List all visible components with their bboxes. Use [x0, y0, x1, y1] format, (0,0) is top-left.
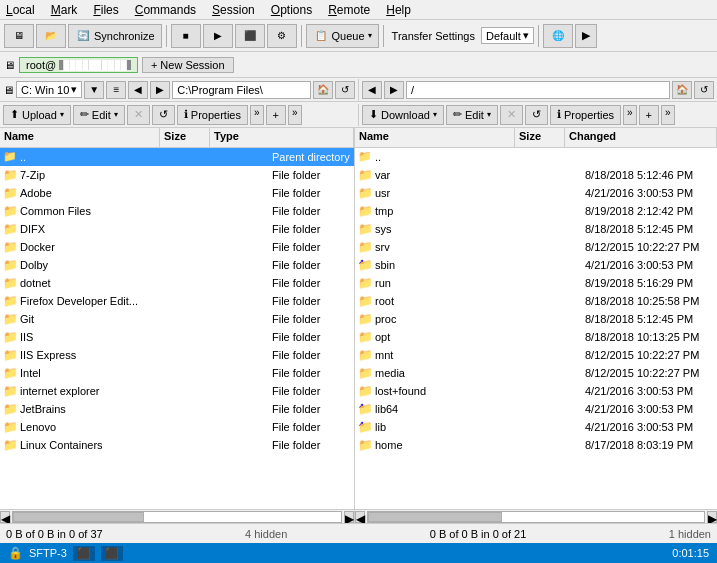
left-file-row[interactable]: 📁LenovoFile folder: [0, 418, 354, 436]
right-new-btn[interactable]: +: [639, 105, 659, 125]
right-nav-back[interactable]: ◀: [362, 81, 382, 99]
right-more2-btn[interactable]: »: [661, 105, 675, 125]
right-refresh-btn[interactable]: ↺: [525, 105, 548, 125]
right-col-name[interactable]: Name: [355, 128, 515, 147]
left-file-row[interactable]: 📁7-ZipFile folder: [0, 166, 354, 184]
left-nav-back[interactable]: ◀: [128, 81, 148, 99]
toolbar-globe[interactable]: 🌐: [543, 24, 573, 48]
left-nav-home[interactable]: 🏠: [313, 81, 333, 99]
menu-local[interactable]: Local: [4, 3, 37, 17]
left-path-bar[interactable]: C:\Program Files\: [172, 81, 311, 99]
right-nav-forward[interactable]: ▶: [384, 81, 404, 99]
right-hscroll[interactable]: ◀ ▶: [355, 509, 717, 523]
right-del-btn[interactable]: ✕: [500, 105, 523, 125]
left-props-btn[interactable]: ℹ Properties: [177, 105, 248, 125]
left-file-row[interactable]: 📁DockerFile folder: [0, 238, 354, 256]
left-file-row[interactable]: 📁DIFXFile folder: [0, 220, 354, 238]
sftp-icon-btn2[interactable]: ⬛: [101, 546, 123, 561]
right-file-row[interactable]: 📁..: [355, 148, 717, 166]
left-hscroll-track[interactable]: [12, 511, 342, 523]
left-edit-btn[interactable]: ✏ Edit ▾: [73, 105, 125, 125]
left-file-row[interactable]: 📁JetBrainsFile folder: [0, 400, 354, 418]
toolbar-icon3[interactable]: ⬛: [235, 24, 265, 48]
menu-files[interactable]: Files: [91, 3, 120, 17]
menu-session[interactable]: Session: [210, 3, 257, 17]
menu-options[interactable]: Options: [269, 3, 314, 17]
right-hscroll-track[interactable]: [367, 511, 705, 523]
session-tag[interactable]: root@ ██████████: [19, 57, 138, 73]
right-more-btn[interactable]: »: [623, 105, 637, 125]
left-col-name[interactable]: Name: [0, 128, 160, 147]
drive-selector[interactable]: C: Win 10 ▾: [16, 81, 82, 98]
right-file-row[interactable]: 📁tmp8/19/2018 2:12:42 PM: [355, 202, 717, 220]
toolbar-icon2[interactable]: ▶: [203, 24, 233, 48]
right-file-row[interactable]: 📁mnt8/12/2015 10:22:27 PM: [355, 346, 717, 364]
left-col-type[interactable]: Type: [210, 128, 354, 147]
right-path-bar[interactable]: /: [406, 81, 670, 99]
right-file-row[interactable]: 📁root8/18/2018 10:25:58 PM: [355, 292, 717, 310]
right-file-row[interactable]: 📁proc8/18/2018 5:12:45 PM: [355, 310, 717, 328]
left-col-size[interactable]: Size: [160, 128, 210, 147]
right-file-row[interactable]: 📁sys8/18/2018 5:12:45 PM: [355, 220, 717, 238]
menu-help[interactable]: Help: [384, 3, 413, 17]
queue-btn[interactable]: 📋 Queue ▾: [306, 24, 379, 48]
toolbar-gear[interactable]: ⚙: [267, 24, 297, 48]
right-col-changed[interactable]: Changed: [565, 128, 717, 147]
right-file-row[interactable]: 📁media8/12/2015 10:22:27 PM: [355, 364, 717, 382]
right-file-row[interactable]: 📁srv8/12/2015 10:22:27 PM: [355, 238, 717, 256]
right-file-row[interactable]: 📁↗lib644/21/2016 3:00:53 PM: [355, 400, 717, 418]
left-nav-refresh[interactable]: ↺: [335, 81, 355, 99]
right-file-row[interactable]: 📁home8/17/2018 8:03:19 PM: [355, 436, 717, 454]
left-file-list[interactable]: 📁..Parent directory📁7-ZipFile folder📁Ado…: [0, 148, 354, 509]
toolbar-sync-btn[interactable]: 🔄 Synchronize: [68, 24, 162, 48]
new-session-btn[interactable]: + New Session: [142, 57, 234, 73]
left-more-btn[interactable]: »: [250, 105, 264, 125]
right-nav-refresh[interactable]: ↺: [694, 81, 714, 99]
menu-commands[interactable]: Commands: [133, 3, 198, 17]
left-file-row[interactable]: 📁DolbyFile folder: [0, 256, 354, 274]
right-col-size[interactable]: Size: [515, 128, 565, 147]
left-file-row[interactable]: 📁Common FilesFile folder: [0, 202, 354, 220]
toolbar-open-btn[interactable]: 📂: [36, 24, 66, 48]
right-file-list[interactable]: 📁..📁var8/18/2018 5:12:46 PM📁usr4/21/2016…: [355, 148, 717, 509]
toolbar-new-btn[interactable]: 🖥: [4, 24, 34, 48]
left-file-row[interactable]: 📁Linux ContainersFile folder: [0, 436, 354, 454]
left-nav-props[interactable]: ≡: [106, 81, 126, 99]
left-del-btn[interactable]: ✕: [127, 105, 150, 125]
right-file-row[interactable]: 📁var8/18/2018 5:12:46 PM: [355, 166, 717, 184]
right-nav-home[interactable]: 🏠: [672, 81, 692, 99]
left-nav-forward[interactable]: ▶: [150, 81, 170, 99]
toolbar-icon1[interactable]: ■: [171, 24, 201, 48]
left-file-row[interactable]: 📁AdobeFile folder: [0, 184, 354, 202]
upload-btn[interactable]: ⬆ Upload ▾: [3, 105, 71, 125]
sftp-icon-btn[interactable]: ⬛: [73, 546, 95, 561]
toolbar-arrow-right[interactable]: ▶: [575, 24, 597, 48]
left-new-btn[interactable]: +: [266, 105, 286, 125]
left-file-row[interactable]: 📁..Parent directory: [0, 148, 354, 166]
right-file-row[interactable]: 📁usr4/21/2016 3:00:53 PM: [355, 184, 717, 202]
right-file-row[interactable]: 📁run8/19/2018 5:16:29 PM: [355, 274, 717, 292]
menu-remote[interactable]: Remote: [326, 3, 372, 17]
left-more2-btn[interactable]: »: [288, 105, 302, 125]
menu-mark[interactable]: Mark: [49, 3, 80, 17]
right-hscroll-right[interactable]: ▶: [707, 511, 717, 523]
transfer-default-dropdown[interactable]: Default ▾: [481, 27, 534, 44]
right-file-row[interactable]: 📁opt8/18/2018 10:13:25 PM: [355, 328, 717, 346]
left-hscroll-left[interactable]: ◀: [0, 511, 10, 523]
download-btn[interactable]: ⬇ Download ▾: [362, 105, 444, 125]
right-edit-btn[interactable]: ✏ Edit ▾: [446, 105, 498, 125]
right-props-btn[interactable]: ℹ Properties: [550, 105, 621, 125]
right-file-row[interactable]: 📁↗sbin4/21/2016 3:00:53 PM: [355, 256, 717, 274]
left-file-row[interactable]: 📁IISFile folder: [0, 328, 354, 346]
left-file-row[interactable]: 📁GitFile folder: [0, 310, 354, 328]
left-file-row[interactable]: 📁internet explorerFile folder: [0, 382, 354, 400]
left-file-row[interactable]: 📁IntelFile folder: [0, 364, 354, 382]
left-refresh-btn[interactable]: ↺: [152, 105, 175, 125]
right-hscroll-left[interactable]: ◀: [355, 511, 365, 523]
left-file-row[interactable]: 📁dotnetFile folder: [0, 274, 354, 292]
left-hscroll-right[interactable]: ▶: [344, 511, 354, 523]
left-file-row[interactable]: 📁IIS ExpressFile folder: [0, 346, 354, 364]
left-nav-filter[interactable]: ▼: [84, 81, 104, 99]
left-hscroll[interactable]: ◀ ▶: [0, 509, 354, 523]
right-file-row[interactable]: 📁lost+found4/21/2016 3:00:53 PM: [355, 382, 717, 400]
